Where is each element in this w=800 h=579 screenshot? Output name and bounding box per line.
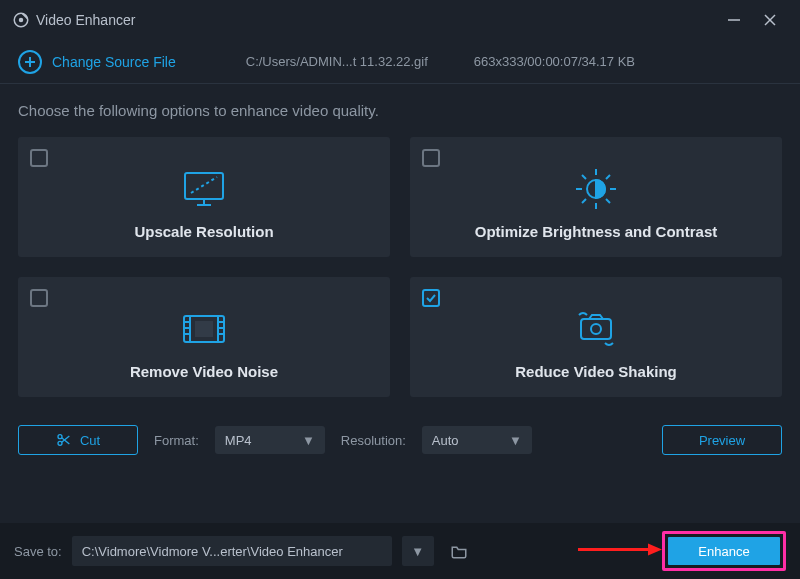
card-label: Remove Video Noise <box>130 363 278 380</box>
resolution-select[interactable]: Auto ▼ <box>422 426 532 454</box>
close-button[interactable] <box>752 2 788 38</box>
enhance-label: Enhance <box>698 544 749 559</box>
svg-line-19 <box>606 175 610 179</box>
open-folder-button[interactable] <box>444 536 474 566</box>
checkbox-shaking[interactable] <box>422 289 440 307</box>
annotation-arrow <box>576 540 662 563</box>
card-label: Reduce Video Shaking <box>515 363 676 380</box>
chevron-down-icon: ▼ <box>302 433 315 448</box>
monitor-upscale-icon <box>181 165 227 213</box>
card-remove-noise[interactable]: Remove Video Noise <box>18 277 390 397</box>
svg-line-10 <box>191 177 217 193</box>
card-label: Optimize Brightness and Contrast <box>475 223 718 240</box>
format-value: MP4 <box>225 433 252 448</box>
window-title: Video Enhancer <box>36 12 135 28</box>
save-path-text: C:\Vidmore\Vidmore V...erter\Video Enhan… <box>82 544 343 559</box>
checkbox-upscale[interactable] <box>30 149 48 167</box>
chevron-down-icon: ▼ <box>509 433 522 448</box>
source-path: C:/Users/ADMIN...t 11.32.22.gif <box>246 54 428 69</box>
cut-label: Cut <box>80 433 100 448</box>
checkbox-brightness[interactable] <box>422 149 440 167</box>
source-info: 663x333/00:00:07/34.17 KB <box>474 54 635 69</box>
svg-line-16 <box>582 175 586 179</box>
change-source-link[interactable]: Change Source File <box>52 54 176 70</box>
enhancement-cards: Upscale Resolution <box>18 137 782 397</box>
camera-shake-icon <box>569 305 623 353</box>
checkbox-noise[interactable] <box>30 289 48 307</box>
preview-label: Preview <box>699 433 745 448</box>
save-path-dropdown[interactable]: ▼ <box>402 536 434 566</box>
svg-marker-37 <box>648 544 662 556</box>
resolution-value: Auto <box>432 433 459 448</box>
titlebar: Video Enhancer <box>0 0 800 40</box>
resolution-label: Resolution: <box>341 433 406 448</box>
svg-point-31 <box>591 324 601 334</box>
cut-button[interactable]: Cut <box>18 425 138 455</box>
controls-row: Cut Format: MP4 ▼ Resolution: Auto ▼ Pre… <box>18 425 782 455</box>
preview-button[interactable]: Preview <box>662 425 782 455</box>
card-optimize-brightness[interactable]: Optimize Brightness and Contrast <box>410 137 782 257</box>
svg-rect-30 <box>581 319 611 339</box>
save-path-field[interactable]: C:\Vidmore\Vidmore V...erter\Video Enhan… <box>72 536 392 566</box>
card-label: Upscale Resolution <box>134 223 273 240</box>
scissors-icon <box>56 432 72 448</box>
format-select[interactable]: MP4 ▼ <box>215 426 325 454</box>
source-row: Change Source File C:/Users/ADMIN...t 11… <box>0 40 800 84</box>
app-icon <box>12 11 30 29</box>
svg-rect-29 <box>195 321 213 337</box>
card-upscale-resolution[interactable]: Upscale Resolution <box>18 137 390 257</box>
save-to-label: Save to: <box>14 544 62 559</box>
enhance-button[interactable]: Enhance <box>668 537 780 565</box>
format-label: Format: <box>154 433 199 448</box>
brightness-icon <box>572 165 620 213</box>
film-noise-icon <box>181 305 227 353</box>
footer: Save to: C:\Vidmore\Vidmore V...erter\Vi… <box>0 523 800 579</box>
svg-line-17 <box>606 199 610 203</box>
minimize-button[interactable] <box>716 2 752 38</box>
card-reduce-shaking[interactable]: Reduce Video Shaking <box>410 277 782 397</box>
add-source-button[interactable] <box>18 50 42 74</box>
enhance-highlight: Enhance <box>662 531 786 571</box>
chevron-down-icon: ▼ <box>411 544 424 559</box>
svg-point-1 <box>20 19 23 22</box>
svg-line-18 <box>582 199 586 203</box>
instruction-text: Choose the following options to enhance … <box>18 102 782 119</box>
